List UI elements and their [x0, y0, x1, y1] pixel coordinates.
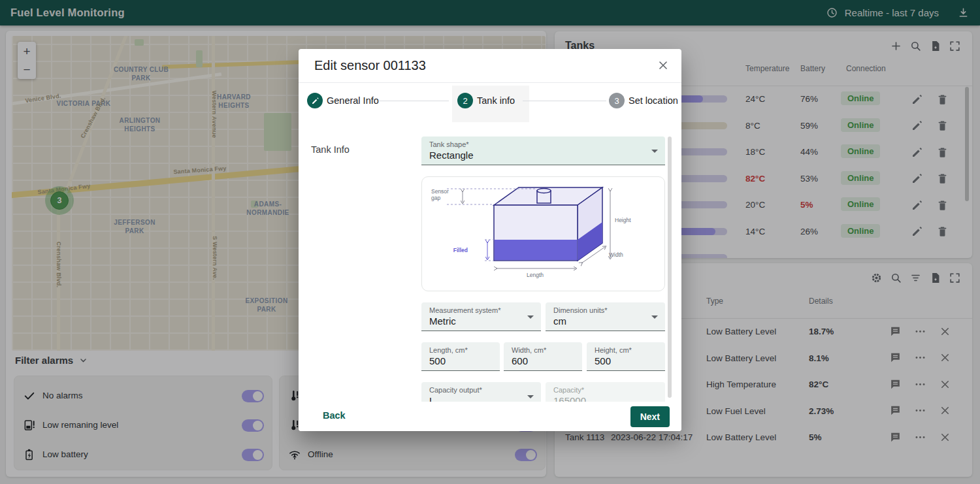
edit-sensor-dialog: Edit sensor 001133 General Info 2 Tank i… — [299, 49, 681, 431]
svg-text:gap: gap — [431, 195, 440, 201]
dialog-divider — [299, 82, 681, 83]
step-3-label: Set location — [629, 95, 678, 106]
step-connector — [523, 101, 606, 101]
height-input[interactable]: Height, cm* 500 — [587, 342, 665, 371]
close-dialog-button[interactable] — [655, 57, 671, 73]
tank-diagram: Sensor gap Height Width Length Filled — [422, 177, 664, 291]
step-1-circle[interactable] — [307, 93, 323, 108]
svg-text:Length: Length — [527, 272, 544, 278]
dropdown-caret-icon — [527, 315, 534, 319]
dropdown-caret-icon — [651, 150, 658, 153]
tank-shape-select[interactable]: Tank shape* Rectangle — [421, 137, 665, 165]
measurement-system-select[interactable]: Measurement system* Metric — [421, 302, 541, 331]
svg-text:Height: Height — [615, 217, 631, 223]
svg-text:Width: Width — [609, 251, 623, 258]
svg-text:Sensor: Sensor — [431, 188, 449, 195]
next-button[interactable]: Next — [630, 406, 670, 427]
back-button[interactable]: Back — [319, 410, 350, 421]
step-2-circle[interactable]: 2 — [457, 93, 473, 108]
step-3-circle[interactable]: 3 — [609, 93, 625, 108]
section-label: Tank Info — [311, 144, 350, 155]
fuel-level-monitoring-app: Fuel Level Monitoring Realtime - last 7 … — [0, 0, 980, 484]
width-input[interactable]: Width, cm* 600 — [504, 342, 582, 371]
step-2-label: Tank info — [477, 95, 515, 106]
pencil-icon — [311, 97, 319, 105]
dropdown-caret-icon — [651, 315, 658, 319]
close-icon — [657, 59, 670, 72]
step-connector — [378, 101, 449, 101]
svg-text:Filled: Filled — [453, 247, 468, 253]
step-1-label: General Info — [327, 95, 379, 106]
tank-diagram-card: Sensor gap Height Width Length Filled — [421, 176, 665, 291]
length-input[interactable]: Length, cm* 500 — [421, 342, 500, 371]
dropdown-caret-icon — [527, 395, 534, 398]
modal-scrollbar[interactable] — [668, 137, 672, 398]
dialog-footer: Back Next — [299, 402, 681, 431]
dialog-title: Edit sensor 001133 — [314, 58, 426, 73]
dimension-units-select[interactable]: Dimension units* cm — [546, 302, 665, 331]
